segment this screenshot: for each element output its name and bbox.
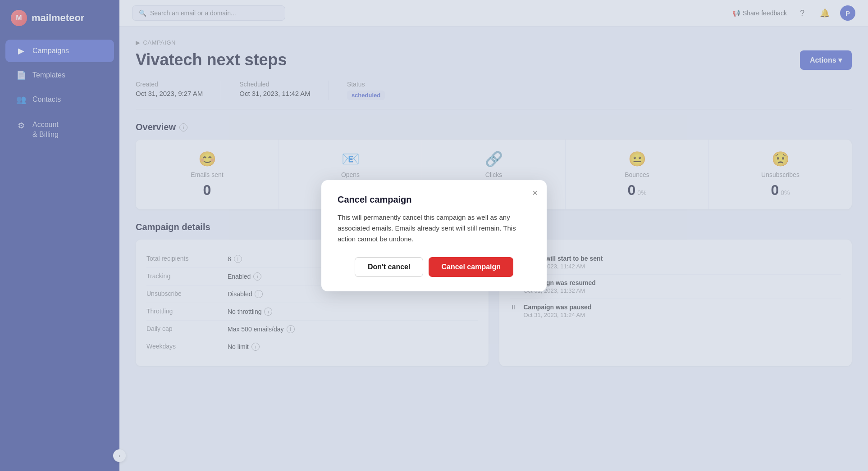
modal-actions: Don't cancel Cancel campaign — [338, 257, 530, 277]
modal-close-button[interactable]: × — [532, 188, 538, 197]
cancel-campaign-modal: × Cancel campaign This will permanently … — [321, 180, 547, 291]
modal-overlay[interactable]: × Cancel campaign This will permanently … — [0, 0, 868, 471]
modal-title: Cancel campaign — [338, 195, 530, 205]
dont-cancel-button[interactable]: Don't cancel — [355, 257, 424, 277]
modal-body: This will permanently cancel this campai… — [338, 212, 530, 245]
cancel-campaign-button[interactable]: Cancel campaign — [429, 257, 513, 277]
